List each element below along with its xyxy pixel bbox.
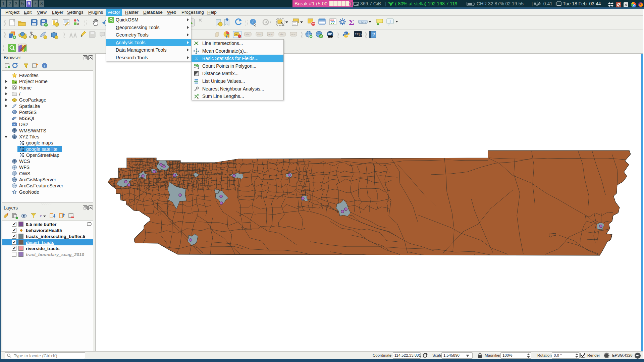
svg-text:a: a [77, 22, 79, 26]
svg-text:i: i [252, 19, 253, 24]
svg-text:abc: abc [291, 33, 296, 36]
svg-text:Σ: Σ [349, 18, 354, 26]
svg-text:V: V [30, 31, 32, 35]
svg-text:IP[y]: IP[y] [355, 33, 364, 36]
svg-text:ab: ab [235, 33, 238, 36]
svg-text:?: ? [372, 32, 375, 37]
svg-text:DB2: DB2 [12, 124, 16, 126]
svg-text:V: V [14, 166, 15, 169]
svg-text:abc: abc [246, 33, 250, 36]
svg-text:abc: abc [268, 33, 273, 36]
svg-text:T: T [389, 19, 391, 24]
svg-text:Σ: Σ [197, 97, 199, 99]
svg-text:ε: ε [40, 213, 42, 218]
svg-text:abc: abc [280, 33, 284, 36]
svg-text:Σ: Σ [195, 56, 198, 61]
svg-text:Σ: Σ [198, 66, 199, 69]
svg-text:abc: abc [257, 33, 261, 36]
svg-text:i: i [44, 64, 45, 68]
